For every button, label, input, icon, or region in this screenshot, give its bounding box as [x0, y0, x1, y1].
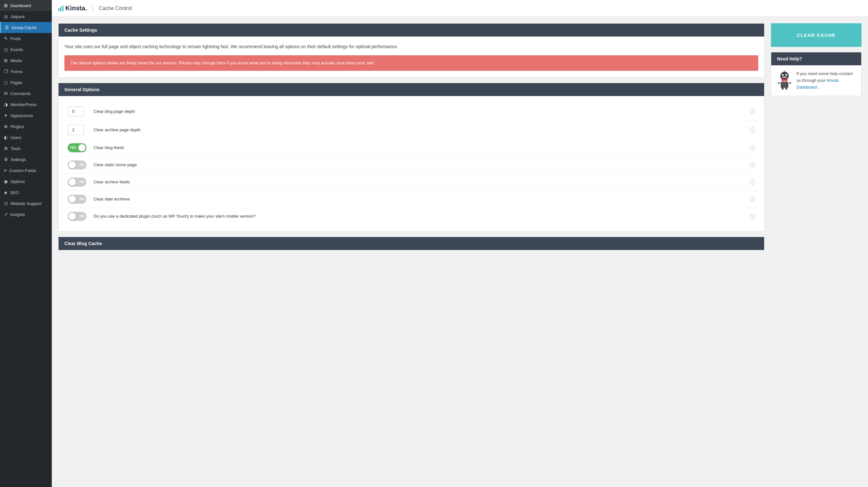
option-info-cell: i — [747, 139, 758, 156]
sidebar-item-label: Events — [10, 47, 23, 52]
users-icon: ◐ — [4, 135, 8, 140]
sidebar-item-memberpress[interactable]: ◑MemberPress — [0, 99, 52, 110]
number-input-blog-page-depth[interactable] — [68, 106, 84, 117]
sidebar-item-label: Plugins — [10, 124, 24, 129]
option-info-cell: i — [747, 156, 758, 173]
sidebar-item-label: Dashboard — [10, 3, 31, 8]
tools-icon: ⚙ — [4, 146, 8, 151]
option-label-static-home-page: Clear static home page — [94, 162, 137, 167]
toggle-wrap-archive-feeds: NO — [68, 177, 87, 187]
page-title: Cache Control — [99, 5, 132, 11]
option-row-blog-feeds: YES Clear blog feeds i — [64, 139, 758, 156]
option-row-static-home-page: NO Clear static home page i — [64, 156, 758, 173]
sidebar-item-events[interactable]: ◷Events — [0, 44, 52, 55]
svg-rect-3 — [782, 77, 787, 77]
topbar-divider: | — [92, 5, 94, 12]
toggle-mobile-plugin[interactable]: NO — [68, 212, 86, 221]
need-help-header: Need Help? — [771, 53, 861, 65]
clear-blog-cache-panel: Clear Blog Cache — [58, 237, 765, 250]
info-icon-date-archives[interactable]: i — [750, 197, 755, 202]
cache-settings-body: Your site uses our full page and object … — [59, 36, 764, 77]
sidebar-item-label: Options — [10, 179, 25, 184]
option-info-cell: i — [747, 121, 758, 139]
sidebar-item-label: Website Support — [10, 201, 41, 206]
sidebar-item-forms[interactable]: ❐Forms — [0, 66, 52, 77]
sidebar-item-pages[interactable]: ◻Pages — [0, 77, 52, 88]
jetpack-icon: ◎ — [4, 14, 8, 19]
sidebar-item-kinsta-cache[interactable]: ☰Kinsta Cache — [0, 22, 52, 33]
svg-point-12 — [784, 70, 785, 71]
sidebar-item-jetpack[interactable]: ◎Jetpack — [0, 11, 52, 22]
option-label-cell: Clear blog page depth — [90, 102, 747, 121]
toggle-static-home-page[interactable]: NO — [68, 160, 86, 169]
website-support-icon: ◷ — [4, 201, 8, 206]
toggle-label-static-home-page: NO — [80, 163, 85, 166]
info-icon-archive-page-depth[interactable]: i — [750, 127, 755, 133]
info-icon-blog-feeds[interactable]: i — [750, 145, 755, 150]
option-label-blog-page-depth: Clear blog page depth — [94, 109, 135, 114]
sidebar-item-website-support[interactable]: ◷Website Support — [0, 198, 52, 209]
option-control-cell: NO — [64, 156, 90, 173]
memberpress-icon: ◑ — [4, 102, 8, 107]
sidebar-item-dashboard[interactable]: ⊞Dashboard — [0, 0, 52, 11]
toggle-label-date-archives: NO — [80, 197, 85, 201]
sidebar-item-label: Tools — [11, 146, 21, 151]
content-area: Cache Settings Your site uses our full p… — [52, 17, 868, 487]
info-icon-blog-page-depth[interactable]: i — [750, 109, 755, 114]
option-label-cell: Clear static home page — [90, 156, 747, 173]
sidebar-item-users[interactable]: ◐Users — [0, 132, 52, 143]
option-control-cell — [64, 121, 90, 139]
toggle-date-archives[interactable]: NO — [68, 195, 86, 204]
kinsta-cache-icon: ☰ — [5, 25, 9, 30]
toggle-wrap-mobile-plugin: NO — [68, 212, 87, 221]
option-label-cell: Clear date archives — [90, 191, 747, 207]
sidebar-item-seo[interactable]: ◈SEO — [0, 187, 52, 198]
sidebar-item-label: Kinsta Cache — [12, 25, 37, 30]
sidebar-item-tools[interactable]: ⚙Tools — [0, 143, 52, 154]
clear-cache-button[interactable]: CLEAR CACHE — [771, 23, 862, 47]
toggle-knob-mobile-plugin — [69, 213, 76, 220]
cache-settings-header: Cache Settings — [59, 24, 764, 36]
logo-bar-3 — [62, 5, 63, 11]
info-icon-mobile-plugin[interactable]: i — [750, 214, 755, 219]
sidebar-item-label: Insights — [10, 212, 25, 217]
posts-icon: ✎ — [4, 36, 8, 41]
option-info-cell: i — [747, 173, 758, 191]
option-row-blog-page-depth: Clear blog page depth i — [64, 102, 758, 121]
sidebar-item-settings[interactable]: ⚙Settings — [0, 154, 52, 165]
info-icon-static-home-page[interactable]: i — [750, 162, 755, 167]
sidebar-item-plugins[interactable]: ⊕Plugins — [0, 121, 52, 132]
sidebar-item-posts[interactable]: ✎Posts — [0, 33, 52, 44]
sidebar: ⊞Dashboard◎Jetpack☰Kinsta Cache✎Posts◷Ev… — [0, 0, 52, 487]
custom-fields-icon: ≡ — [4, 168, 6, 173]
option-row-archive-page-depth: Clear archive page depth i — [64, 121, 758, 139]
sidebar-item-label: Users — [10, 135, 21, 140]
toggle-label-archive-feeds: NO — [80, 180, 85, 184]
option-info-cell: i — [747, 207, 758, 225]
sidebar-item-label: Appearance — [10, 113, 33, 118]
sidebar-item-appearance[interactable]: ✦Appearance — [0, 110, 52, 121]
svg-point-1 — [782, 74, 784, 76]
svg-rect-6 — [781, 82, 788, 88]
number-input-archive-page-depth[interactable] — [68, 125, 84, 135]
toggle-archive-feeds[interactable]: NO — [68, 177, 86, 187]
option-label-blog-feeds: Clear blog feeds — [94, 145, 124, 150]
toggle-label-mobile-plugin: NO — [80, 215, 85, 218]
options-table: Clear blog page depth i Clear archive pa… — [64, 102, 758, 225]
svg-rect-7 — [778, 83, 780, 84]
sidebar-item-custom-fields[interactable]: ≡Custom Fields — [0, 165, 52, 176]
dashboard-icon: ⊞ — [4, 3, 8, 8]
option-row-mobile-plugin: NO Do you use a dedicated plugin (such a… — [64, 207, 758, 225]
sidebar-item-media[interactable]: ⊞Media — [0, 55, 52, 66]
sidebar-item-options[interactable]: ◉Options — [0, 176, 52, 187]
option-label-cell: Clear archive feeds — [90, 173, 747, 191]
toggle-wrap-static-home-page: NO — [68, 160, 87, 169]
option-label-cell: Do you use a dedicated plugin (such as W… — [90, 207, 747, 225]
sidebar-item-comments[interactable]: ✉Comments — [0, 88, 52, 99]
forms-icon: ❐ — [4, 69, 8, 74]
svg-text:PRO: PRO — [782, 79, 787, 81]
toggle-blog-feeds[interactable]: YES — [68, 143, 86, 152]
info-icon-archive-feeds[interactable]: i — [750, 180, 755, 185]
sidebar-item-label: Comments — [10, 91, 31, 96]
sidebar-item-insights[interactable]: ↗Insights — [0, 209, 52, 220]
